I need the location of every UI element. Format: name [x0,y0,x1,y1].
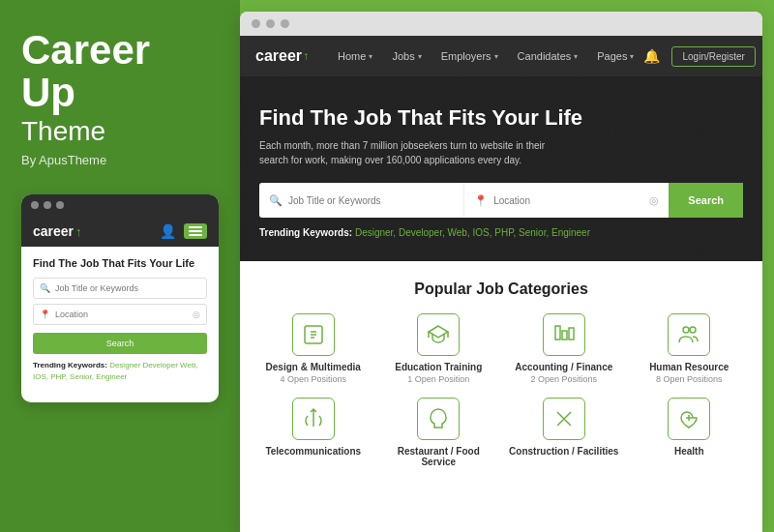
svg-rect-3 [569,328,574,340]
bell-icon[interactable]: 🔔 [643,48,660,64]
location-pin-icon: 📍 [474,194,488,207]
login-register-button[interactable]: Login/Register [671,46,755,67]
svg-rect-2 [562,331,567,340]
category-design-name: Design & Multimedia [266,362,361,372]
location-icon: 📍 [40,310,50,319]
nav-logo-text: career [255,47,302,65]
mockup-search-button[interactable]: Search [33,333,207,354]
trending-keywords: Designer, Developer, Web, IOS, PHP, Seni… [355,227,590,238]
category-accounting-name: Accounting / Finance [515,362,612,372]
categories-title: Popular Job Categories [255,281,747,298]
mockup-keyword-input[interactable] [33,278,207,299]
construction-icon [543,398,585,440]
mockup-dot-1 [31,201,39,209]
brand-theme: Theme [21,116,219,147]
category-construction[interactable]: Construction / Facilities [506,398,622,467]
category-restaurant[interactable]: Restaurant / Food Service [381,398,497,467]
mockup-header: career ↑ 👤 [21,216,219,247]
mockup-headline: Find The Job That Fits Your Life [33,256,207,270]
chevron-down-icon: ▾ [369,52,372,61]
mockup-location-wrapper: 📍 ◎ [33,304,207,325]
browser-dot-2 [266,19,275,28]
mockup-logo-text: career [33,223,74,239]
brand-name-career: CareerUp [21,29,219,114]
svg-point-5 [690,327,696,333]
category-design-count: 4 Open Positions [280,374,346,384]
hero-search-bar: 🔍 📍 ◎ Search [259,183,743,218]
design-icon [292,313,335,356]
category-hr[interactable]: Human Resource 8 Open Positions [632,313,748,384]
mockup-location-input[interactable] [33,304,207,325]
mockup-dot-3 [56,201,64,209]
category-education-count: 1 Open Position [407,374,469,384]
hero-location-input[interactable] [493,195,643,206]
brand-by: By ApusTheme [21,153,219,167]
hero-trending: Trending Keywords: Designer, Developer, … [259,227,743,238]
category-telecom-name: Telecommunications [265,446,361,457]
gps-icon: ◎ [193,310,200,319]
nav-item-employers[interactable]: Employers ▾ [432,36,508,76]
mockup-logo-leaf-icon: ↑ [75,224,82,239]
mockup-trending-label: Trending Keywords: [33,361,107,369]
nav-logo[interactable]: career ↑ [255,47,309,65]
mockup-header-icons: 👤 [160,223,207,239]
category-health-name: Health [674,446,704,457]
search-icon: 🔍 [269,194,283,207]
gps-target-icon: ◎ [649,194,659,207]
hero-section: Find The Job That Fits Your Life Each mo… [240,76,762,261]
mockup-trending: Trending Keywords: Designer Developer We… [33,360,207,383]
chevron-down-icon: ▾ [630,52,634,61]
left-panel: CareerUp Theme By ApusTheme career ↑ 👤 F… [0,0,240,532]
restaurant-icon [417,398,460,440]
nav-item-jobs[interactable]: Jobs ▾ [382,36,431,76]
search-icon: 🔍 [40,283,50,293]
nav-logo-leaf-icon: ↑ [303,49,309,63]
category-design[interactable]: Design & Multimedia 4 Open Positions [255,313,372,384]
mockup-keyword-wrapper: 🔍 [33,278,207,299]
browser-content: career ↑ Home ▾ Jobs ▾ Employers ▾ Candi… [240,36,762,532]
mockup-top-bar [21,194,219,216]
category-restaurant-name: Restaurant / Food Service [381,446,497,467]
nav-item-home[interactable]: Home ▾ [328,36,382,76]
categories-grid-row2: Telecommunications Restaurant / Food Ser… [255,398,747,467]
chevron-down-icon: ▾ [418,52,422,61]
education-icon [417,313,460,356]
nav-items: Home ▾ Jobs ▾ Employers ▾ Candidates ▾ P… [328,36,643,76]
category-accounting-count: 2 Open Positions [530,374,597,384]
hero-keyword-input[interactable] [288,195,454,206]
hero-location-field: 📍 ◎ [464,183,669,218]
hamburger-menu-icon[interactable] [184,223,207,239]
accounting-icon [543,313,585,356]
hero-body: Find The Job That Fits Your Life Each mo… [240,76,762,261]
telecom-icon [292,398,335,440]
browser-dot-1 [252,19,260,28]
category-hr-name: Human Resource [649,362,729,372]
categories-section: Popular Job Categories Design & Multimed… [240,261,762,532]
trending-label: Trending Keywords: [259,227,352,238]
brand-title: CareerUp Theme By ApusTheme [21,29,219,194]
navbar: career ↑ Home ▾ Jobs ▾ Employers ▾ Candi… [240,36,762,76]
category-accounting[interactable]: Accounting / Finance 2 Open Positions [506,313,622,384]
category-telecom[interactable]: Telecommunications [255,398,372,467]
chevron-down-icon: ▾ [574,52,578,61]
nav-item-candidates[interactable]: Candidates ▾ [508,36,588,76]
chevron-down-icon: ▾ [494,52,498,61]
user-icon[interactable]: 👤 [160,223,176,239]
hero-title: Find The Job That Fits Your Life [259,105,743,131]
hero-keyword-field: 🔍 [259,183,464,218]
hr-icon [668,313,710,356]
hero-search-button[interactable]: Search [669,183,743,218]
svg-rect-1 [555,326,560,340]
category-education[interactable]: Education Training 1 Open Position [381,313,497,384]
browser-dot-3 [281,19,289,28]
svg-point-4 [683,327,689,333]
category-health[interactable]: Health [632,398,748,467]
category-hr-count: 8 Open Positions [656,374,723,384]
mockup-body: Find The Job That Fits Your Life 🔍 📍 ◎ S… [21,247,219,393]
mobile-mockup: career ↑ 👤 Find The Job That Fits Your L… [21,194,219,402]
nav-item-pages[interactable]: Pages ▾ [587,36,643,76]
mockup-logo: career ↑ [33,223,82,239]
category-construction-name: Construction / Facilities [509,446,618,457]
categories-grid-row1: Design & Multimedia 4 Open Positions Edu… [255,313,747,384]
browser-top-bar [240,12,762,36]
